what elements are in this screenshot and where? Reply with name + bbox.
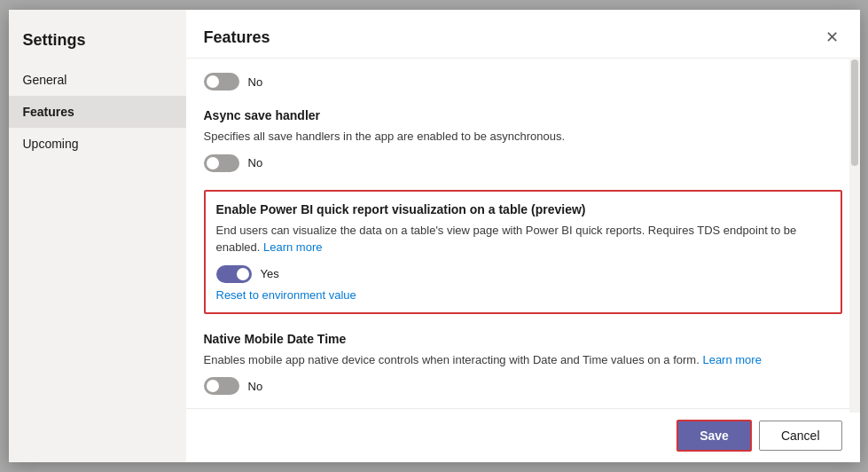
sidebar: Settings General Features Upcoming xyxy=(9,10,186,462)
settings-modal: Settings General Features Upcoming Featu… xyxy=(9,10,860,462)
features-toggle[interactable] xyxy=(204,73,239,90)
sidebar-item-label-features: Features xyxy=(23,105,74,119)
native-mobile-section: Native Mobile Date Time Enables mobile a… xyxy=(204,332,842,396)
content-header: Features ✕ xyxy=(186,10,860,59)
native-mobile-toggle-knob xyxy=(207,380,219,392)
async-save-toggle-row: No xyxy=(204,154,842,172)
sidebar-item-upcoming[interactable]: Upcoming xyxy=(9,128,186,160)
sidebar-item-label-general: General xyxy=(23,73,67,87)
content-area: Features ✕ No xyxy=(186,10,860,462)
async-save-title: Async save handler xyxy=(204,108,842,122)
features-toggle-knob xyxy=(207,75,219,88)
power-bi-title: Enable Power BI quick report visualizati… xyxy=(216,202,830,216)
sidebar-item-general[interactable]: General xyxy=(9,64,186,96)
power-bi-toggle-label: Yes xyxy=(261,267,279,280)
cancel-button[interactable]: Cancel xyxy=(759,421,842,451)
power-bi-learn-more-link[interactable]: Learn more xyxy=(263,240,322,254)
sidebar-title: Settings xyxy=(9,24,186,64)
sidebar-item-features[interactable]: Features xyxy=(9,96,186,128)
save-button[interactable]: Save xyxy=(676,420,752,452)
native-mobile-toggle[interactable] xyxy=(204,377,239,395)
power-bi-toggle-row: Yes xyxy=(216,265,830,283)
native-mobile-learn-more-link[interactable]: Learn more xyxy=(702,353,761,366)
native-mobile-toggle-row: No xyxy=(204,377,842,395)
native-mobile-toggle-label: No xyxy=(248,380,263,393)
power-bi-desc: End users can visualize the data on a ta… xyxy=(216,222,830,256)
modal-overlay: Settings General Features Upcoming Featu… xyxy=(0,0,868,472)
sidebar-item-label-upcoming: Upcoming xyxy=(23,137,79,151)
modal-body: Settings General Features Upcoming Featu… xyxy=(9,10,860,462)
native-mobile-title: Native Mobile Date Time xyxy=(204,332,842,346)
features-toggle-row: No xyxy=(204,73,842,90)
async-save-desc: Specifies all save handlers in the app a… xyxy=(204,128,842,146)
native-mobile-desc: Enables mobile app native device control… xyxy=(204,351,842,369)
content-scroll[interactable]: No Async save handler Specifies all save… xyxy=(186,59,860,408)
power-bi-section: Enable Power BI quick report visualizati… xyxy=(204,190,842,314)
power-bi-toggle[interactable] xyxy=(216,265,252,283)
features-toggle-label: No xyxy=(248,75,263,89)
async-save-toggle[interactable] xyxy=(204,154,239,172)
close-button[interactable]: ✕ xyxy=(822,24,842,51)
async-save-toggle-knob xyxy=(207,157,219,169)
async-save-section: Async save handler Specifies all save ha… xyxy=(204,108,842,172)
modal-footer: Save Cancel xyxy=(186,408,860,462)
async-save-toggle-label: No xyxy=(248,156,263,169)
content-title: Features xyxy=(204,28,270,47)
scrollbar-track[interactable] xyxy=(849,59,860,413)
close-icon: ✕ xyxy=(825,28,839,47)
power-bi-toggle-knob xyxy=(237,268,249,280)
scrollbar-thumb[interactable] xyxy=(851,59,858,166)
reset-environment-link[interactable]: Reset to environment value xyxy=(216,288,830,302)
features-top-section: No xyxy=(204,73,842,90)
